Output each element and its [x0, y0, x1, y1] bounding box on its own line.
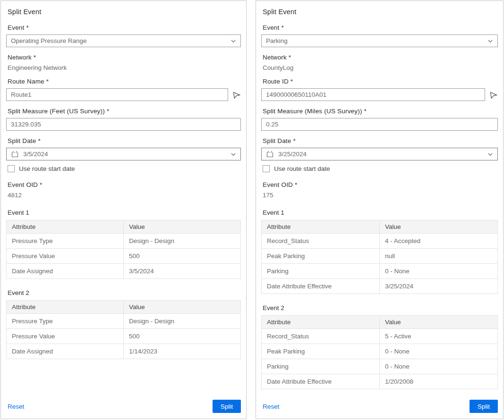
footer: Reset Split: [261, 395, 498, 413]
network-value: CountyLog: [263, 64, 496, 71]
event-label: Event *: [8, 24, 239, 31]
event-1-title: Event 1: [8, 209, 239, 216]
use-route-start-date-label: Use route start date: [19, 165, 75, 172]
value-cell: 1/20/2008: [380, 374, 498, 389]
event-1-title: Event 1: [263, 209, 496, 216]
column-header: Attribute: [7, 220, 124, 234]
table-row: Date Attribute Effective1/20/2008: [262, 374, 498, 389]
attribute-cell: Pressure Type: [7, 234, 124, 249]
column-header: Value: [124, 301, 241, 314]
attribute-cell: Record_Status: [262, 329, 380, 344]
measure-input[interactable]: [261, 118, 498, 131]
value-cell: Design - Design: [124, 234, 241, 249]
column-header: Value: [380, 220, 498, 234]
event-2-title: Event 2: [8, 289, 239, 296]
chevron-down-icon: [487, 38, 493, 44]
event-label: Event *: [263, 24, 496, 31]
event-2-section: Event 2 AttributeValuePressure TypeDesig…: [6, 289, 241, 359]
value-cell: Design - Design: [124, 314, 241, 329]
value-cell: 1/14/2023: [124, 344, 241, 359]
use-route-start-date-label: Use route start date: [274, 165, 330, 172]
table-row: Peak Parkingnull: [262, 249, 498, 264]
column-header: Value: [380, 316, 498, 329]
select-on-map-pointer-icon[interactable]: [489, 91, 498, 99]
attribute-cell: Parking: [262, 359, 380, 374]
column-header: Attribute: [7, 301, 124, 314]
attribute-cell: Pressure Type: [7, 314, 124, 329]
chevron-down-icon: [487, 151, 493, 157]
attribute-cell: Record_Status: [262, 234, 380, 249]
route-input[interactable]: [6, 88, 228, 101]
event-select-value: Operating Pressure Range: [11, 37, 87, 44]
table-row: Pressure TypeDesign - Design: [7, 234, 241, 249]
table-row: Peak Parking0 - None: [262, 344, 498, 359]
table-row: Date Assigned1/14/2023: [7, 344, 241, 359]
event-select[interactable]: Parking: [261, 34, 498, 47]
attribute-cell: Peak Parking: [262, 344, 380, 359]
value-cell: 0 - None: [380, 344, 498, 359]
attribute-cell: Parking: [262, 264, 380, 279]
table-row: Record_Status5 - Active: [262, 329, 498, 344]
network-label: Network *: [8, 54, 239, 61]
table-row: Date Attribute Effective3/25/2024: [262, 279, 498, 294]
attribute-cell: Date Attribute Effective: [262, 279, 380, 294]
measure-label: Split Measure (Feet (US Survey)) *: [8, 108, 239, 115]
split-event-panel-right: Split Event Event * Parking Network * Co…: [256, 0, 504, 419]
table-header-row: AttributeValue: [262, 316, 498, 329]
use-route-start-date-checkbox[interactable]: [263, 165, 270, 172]
date-picker[interactable]: 3/5/2024: [6, 148, 241, 160]
column-header: Attribute: [262, 316, 380, 329]
use-route-start-date-checkbox[interactable]: [8, 165, 15, 172]
table-header-row: AttributeValue: [7, 301, 241, 314]
route-label: Route Name *: [8, 78, 239, 85]
event-1-table: AttributeValueRecord_Status4 - AcceptedP…: [261, 220, 498, 294]
network-value: Engineering Network: [8, 64, 239, 71]
measure-input[interactable]: [6, 118, 241, 131]
split-button[interactable]: Split: [470, 400, 498, 413]
event-2-table: AttributeValuePressure TypeDesign - Desi…: [6, 300, 241, 359]
network-label: Network *: [263, 54, 496, 61]
split-event-widgets: Split Event Event * Operating Pressure R…: [0, 0, 504, 420]
reset-button[interactable]: Reset: [8, 403, 24, 410]
table-header-row: AttributeValue: [262, 220, 498, 234]
attribute-cell: Date Assigned: [7, 344, 124, 359]
value-cell: 5 - Active: [380, 329, 498, 344]
route-input[interactable]: [261, 88, 485, 101]
chevron-down-icon: [231, 151, 236, 157]
date-label: Split Date *: [8, 137, 239, 144]
column-header: Value: [124, 220, 241, 234]
measure-label: Split Measure (Miles (US Survey)) *: [263, 108, 496, 115]
table-row: Pressure TypeDesign - Design: [7, 314, 241, 329]
event-1-section: Event 1 AttributeValuePressure TypeDesig…: [6, 209, 241, 279]
attribute-cell: Peak Parking: [262, 249, 380, 264]
event-2-section: Event 2 AttributeValueRecord_Status5 - A…: [261, 304, 498, 389]
event-select[interactable]: Operating Pressure Range: [6, 34, 241, 47]
event-oid-label: Event OID *: [8, 181, 239, 188]
attribute-cell: Date Attribute Effective: [262, 374, 380, 389]
footer: Reset Split: [6, 395, 241, 413]
calendar-icon: [11, 150, 19, 158]
chevron-down-icon: [231, 38, 236, 44]
value-cell: 4 - Accepted: [380, 234, 498, 249]
value-cell: 0 - None: [380, 359, 498, 374]
value-cell: 500: [124, 329, 241, 344]
panel-title: Split Event: [8, 8, 239, 16]
event-1-table: AttributeValuePressure TypeDesign - Desi…: [6, 220, 241, 279]
attribute-cell: Date Assigned: [7, 264, 124, 279]
event-oid-value: 4812: [8, 192, 239, 199]
date-value: 3/25/2024: [278, 151, 487, 158]
date-picker[interactable]: 3/25/2024: [261, 148, 498, 160]
reset-button[interactable]: Reset: [263, 403, 279, 410]
split-button[interactable]: Split: [213, 400, 241, 413]
event-2-table: AttributeValueRecord_Status5 - ActivePea…: [261, 315, 498, 389]
value-cell: null: [380, 249, 498, 264]
column-header: Attribute: [262, 220, 380, 234]
value-cell: 3/5/2024: [124, 264, 241, 279]
table-row: Parking0 - None: [262, 359, 498, 374]
value-cell: 500: [124, 249, 241, 264]
calendar-icon: [266, 150, 274, 158]
date-label: Split Date *: [263, 137, 496, 144]
select-on-map-pointer-icon[interactable]: [232, 91, 241, 99]
event-oid-label: Event OID *: [263, 181, 496, 188]
route-label: Route ID *: [263, 78, 496, 85]
